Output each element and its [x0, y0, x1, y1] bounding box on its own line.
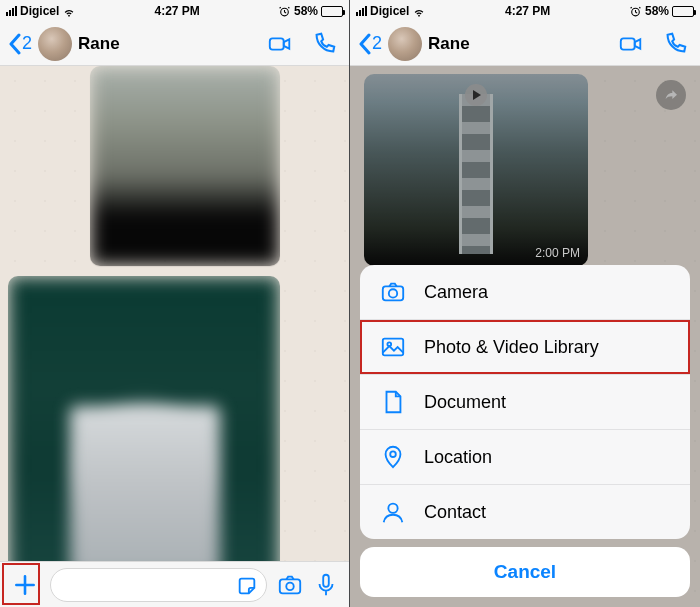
camera-icon	[380, 279, 406, 305]
nav-bar: 2 Rane	[0, 22, 349, 66]
input-bar	[0, 561, 349, 607]
contact-icon	[380, 499, 406, 525]
avatar[interactable]	[38, 27, 72, 61]
message-media-1[interactable]	[90, 66, 280, 266]
photo-icon	[380, 334, 406, 360]
status-time: 4:27 PM	[505, 4, 550, 18]
chat-area[interactable]: 2:00 PM I agree Camera Photo & Video Lib	[350, 66, 700, 607]
sheet-cancel[interactable]: Cancel	[360, 547, 690, 597]
alarm-icon	[629, 5, 642, 18]
wifi-icon	[412, 4, 426, 18]
svg-rect-9	[383, 339, 403, 356]
svg-point-3	[286, 582, 293, 589]
battery-pct: 58%	[294, 4, 318, 18]
sheet-camera[interactable]: Camera	[360, 265, 690, 320]
battery-pct: 58%	[645, 4, 669, 18]
camera-shortcut-icon[interactable]	[277, 572, 303, 598]
sheet-photo-video[interactable]: Photo & Video Library	[360, 320, 690, 375]
svg-point-8	[389, 289, 397, 297]
nav-bar: 2 Rane	[350, 22, 700, 66]
voice-call-icon[interactable]	[662, 31, 688, 57]
chat-area[interactable]	[0, 66, 349, 561]
back-button[interactable]: 2	[358, 33, 382, 55]
message-input[interactable]	[50, 568, 267, 602]
video-call-icon[interactable]	[267, 31, 293, 57]
svg-rect-4	[323, 574, 329, 586]
sheet-contact-label: Contact	[424, 502, 486, 523]
phone-left: Digicel 4:27 PM 58% 2 Rane	[0, 0, 350, 607]
sheet-document[interactable]: Document	[360, 375, 690, 430]
svg-point-10	[387, 342, 391, 346]
status-bar: Digicel 4:27 PM 58%	[350, 0, 700, 22]
sheet-photo-video-label: Photo & Video Library	[424, 337, 599, 358]
mic-icon[interactable]	[313, 572, 339, 598]
message-media-2[interactable]	[8, 276, 280, 561]
sheet-cancel-label: Cancel	[494, 561, 556, 582]
carrier-label: Digicel	[20, 4, 59, 18]
svg-rect-2	[280, 579, 300, 593]
sticker-icon[interactable]	[236, 575, 258, 597]
contact-name[interactable]: Rane	[78, 34, 261, 54]
sheet-camera-label: Camera	[424, 282, 488, 303]
sheet-contact[interactable]: Contact	[360, 485, 690, 539]
svg-point-11	[390, 451, 396, 457]
sheet-location[interactable]: Location	[360, 430, 690, 485]
status-time: 4:27 PM	[154, 4, 199, 18]
svg-point-12	[388, 504, 397, 513]
sheet-document-label: Document	[424, 392, 506, 413]
svg-rect-1	[270, 38, 284, 49]
back-count: 2	[372, 33, 382, 54]
status-bar: Digicel 4:27 PM 58%	[0, 0, 349, 22]
back-button[interactable]: 2	[8, 33, 32, 55]
signal-icon	[6, 6, 17, 16]
location-icon	[380, 444, 406, 470]
phone-right: Digicel 4:27 PM 58% 2 Rane	[350, 0, 700, 607]
battery-icon	[321, 6, 343, 17]
voice-call-icon[interactable]	[311, 31, 337, 57]
wifi-icon	[62, 4, 76, 18]
video-call-icon[interactable]	[618, 31, 644, 57]
sheet-location-label: Location	[424, 447, 492, 468]
attachment-action-sheet: Camera Photo & Video Library Document Lo…	[360, 265, 690, 597]
svg-rect-6	[621, 38, 635, 49]
contact-name[interactable]: Rane	[428, 34, 612, 54]
signal-icon	[356, 6, 367, 16]
avatar[interactable]	[388, 27, 422, 61]
alarm-icon	[278, 5, 291, 18]
back-count: 2	[22, 33, 32, 54]
carrier-label: Digicel	[370, 4, 409, 18]
attach-button[interactable]	[10, 570, 40, 600]
battery-icon	[672, 6, 694, 17]
document-icon	[380, 389, 406, 415]
